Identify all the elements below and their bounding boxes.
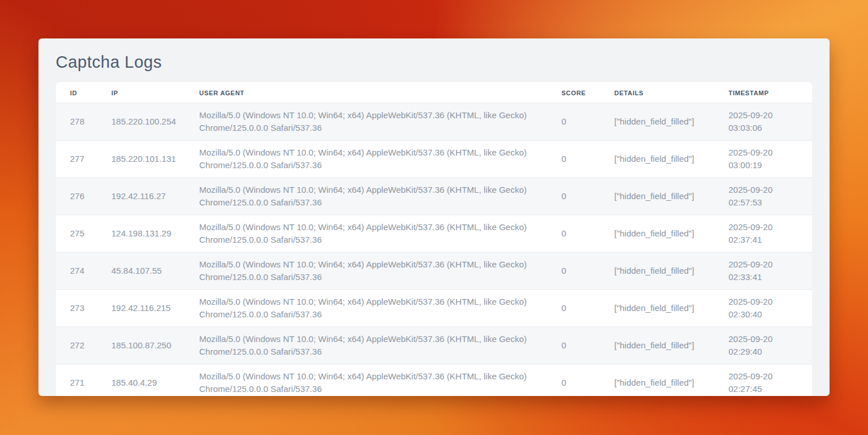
cell-ip: 124.198.131.29 — [104, 215, 192, 253]
cell-user-agent: Mozilla/5.0 (Windows NT 10.0; Win64; x64… — [192, 215, 555, 253]
cell-id: 272 — [56, 327, 104, 364]
captcha-logs-card: Captcha Logs ID IP USER AGENT SCORE DETA… — [38, 38, 830, 396]
cell-score: 0 — [555, 290, 607, 327]
table-row: 276 192.42.116.27 Mozilla/5.0 (Windows N… — [56, 178, 812, 215]
cell-details: ["hidden_field_filled"] — [607, 178, 722, 215]
cell-user-agent: Mozilla/5.0 (Windows NT 10.0; Win64; x64… — [192, 141, 555, 178]
column-header-details: DETAILS — [607, 82, 722, 103]
cell-timestamp: 2025-09-20 02:27:45 — [722, 364, 812, 397]
logs-table-body: 278 185.220.100.254 Mozilla/5.0 (Windows… — [56, 103, 812, 397]
cell-id: 271 — [56, 364, 104, 397]
column-header-ip: IP — [104, 82, 192, 103]
cell-score: 0 — [555, 364, 607, 397]
cell-ip: 185.100.87.250 — [104, 327, 192, 364]
cell-id: 276 — [56, 178, 104, 215]
cell-id: 278 — [56, 103, 104, 141]
table-row: 277 185.220.101.131 Mozilla/5.0 (Windows… — [56, 141, 812, 178]
cell-score: 0 — [555, 103, 607, 141]
cell-timestamp: 2025-09-20 02:57:53 — [722, 178, 812, 215]
cell-details: ["hidden_field_filled"] — [607, 364, 722, 397]
cell-user-agent: Mozilla/5.0 (Windows NT 10.0; Win64; x64… — [192, 364, 555, 397]
cell-ip: 45.84.107.55 — [104, 253, 192, 290]
desktop-background: { "page": { "title": "Captcha Logs" }, "… — [0, 0, 868, 435]
cell-score: 0 — [555, 253, 607, 290]
cell-timestamp: 2025-09-20 02:33:41 — [722, 253, 812, 290]
cell-user-agent: Mozilla/5.0 (Windows NT 10.0; Win64; x64… — [192, 178, 555, 215]
cell-timestamp: 2025-09-20 02:30:40 — [722, 290, 812, 327]
cell-details: ["hidden_field_filled"] — [607, 290, 722, 327]
cell-timestamp: 2025-09-20 03:03:06 — [722, 103, 812, 141]
column-header-score: SCORE — [555, 82, 607, 103]
cell-user-agent: Mozilla/5.0 (Windows NT 10.0; Win64; x64… — [192, 253, 555, 290]
cell-details: ["hidden_field_filled"] — [607, 327, 722, 364]
table-row: 274 45.84.107.55 Mozilla/5.0 (Windows NT… — [56, 253, 812, 290]
cell-id: 275 — [56, 215, 104, 253]
logs-table-header: ID IP USER AGENT SCORE DETAILS TIMESTAMP — [56, 82, 812, 103]
page-title: Captcha Logs — [56, 53, 812, 72]
column-header-timestamp: TIMESTAMP — [722, 82, 812, 103]
cell-timestamp: 2025-09-20 03:00:19 — [722, 141, 812, 178]
cell-ip: 192.42.116.215 — [104, 290, 192, 327]
table-row: 272 185.100.87.250 Mozilla/5.0 (Windows … — [56, 327, 812, 364]
cell-details: ["hidden_field_filled"] — [607, 103, 722, 141]
cell-timestamp: 2025-09-20 02:37:41 — [722, 215, 812, 253]
cell-timestamp: 2025-09-20 02:29:40 — [722, 327, 812, 364]
cell-ip: 185.220.101.131 — [104, 141, 192, 178]
cell-details: ["hidden_field_filled"] — [607, 215, 722, 253]
cell-id: 274 — [56, 253, 104, 290]
column-header-id: ID — [56, 82, 104, 103]
cell-score: 0 — [555, 141, 607, 178]
table-row: 278 185.220.100.254 Mozilla/5.0 (Windows… — [56, 103, 812, 141]
cell-details: ["hidden_field_filled"] — [607, 141, 722, 178]
logs-table: ID IP USER AGENT SCORE DETAILS TIMESTAMP… — [56, 82, 812, 396]
table-row: 273 192.42.116.215 Mozilla/5.0 (Windows … — [56, 290, 812, 327]
cell-details: ["hidden_field_filled"] — [607, 253, 722, 290]
table-row: 275 124.198.131.29 Mozilla/5.0 (Windows … — [56, 215, 812, 253]
cell-score: 0 — [555, 178, 607, 215]
column-header-user-agent: USER AGENT — [192, 82, 555, 103]
header-row: ID IP USER AGENT SCORE DETAILS TIMESTAMP — [56, 82, 812, 103]
cell-ip: 185.220.100.254 — [104, 103, 192, 141]
cell-ip: 192.42.116.27 — [104, 178, 192, 215]
cell-id: 277 — [56, 141, 104, 178]
cell-user-agent: Mozilla/5.0 (Windows NT 10.0; Win64; x64… — [192, 103, 555, 141]
cell-ip: 185.40.4.29 — [104, 364, 192, 397]
table-row: 271 185.40.4.29 Mozilla/5.0 (Windows NT … — [56, 364, 812, 397]
logs-table-container: ID IP USER AGENT SCORE DETAILS TIMESTAMP… — [56, 82, 812, 396]
cell-id: 273 — [56, 290, 104, 327]
cell-score: 0 — [555, 327, 607, 364]
cell-user-agent: Mozilla/5.0 (Windows NT 10.0; Win64; x64… — [192, 327, 555, 364]
cell-user-agent: Mozilla/5.0 (Windows NT 10.0; Win64; x64… — [192, 290, 555, 327]
cell-score: 0 — [555, 215, 607, 253]
